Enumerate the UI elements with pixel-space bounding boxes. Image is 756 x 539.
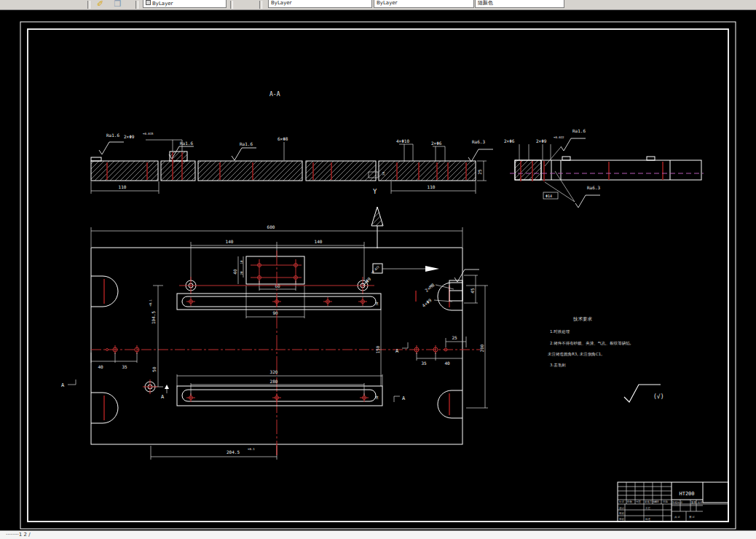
dimension: 25 xyxy=(477,169,482,175)
titleblock-label: 工艺 xyxy=(645,506,651,510)
dimension: 30 xyxy=(375,302,379,305)
3d-view-icon[interactable]: ❒ xyxy=(111,0,124,9)
section-letter: Y xyxy=(373,188,377,195)
titleblock-label: 第 张 xyxy=(689,516,696,519)
note-line: 3.去毛刺 xyxy=(550,363,566,367)
section-arrow-y: Y xyxy=(371,188,383,248)
dimension: 110 xyxy=(428,184,436,189)
dimension: 150 xyxy=(375,345,380,353)
plotstyle-combobox[interactable]: 随颜色 xyxy=(475,0,564,8)
section-letter: A xyxy=(402,396,406,401)
dimension: 50 xyxy=(151,366,157,372)
side-view: 2×Φ6 2×Φ9 +0.022 Ra1.6 Ra6.3 Φ14 xyxy=(504,128,704,208)
roughness-icon xyxy=(575,195,600,208)
hole-callout: 6×Φ8 xyxy=(277,136,288,141)
svg-text:+0.1: +0.1 xyxy=(149,299,152,307)
titleblock-label: 日期 xyxy=(663,500,669,503)
roughness-icon xyxy=(232,148,256,160)
lineweight-combobox[interactable]: ByLayer xyxy=(374,0,474,8)
titleblock-label: 签字 xyxy=(654,500,660,503)
roughness-icon xyxy=(468,149,493,162)
hole-callout: 4×Φ9 xyxy=(421,297,433,308)
hole-tolerance: +0.015 xyxy=(143,132,154,135)
surface-finish-note: (√) xyxy=(624,385,664,402)
dimension: 90 xyxy=(272,310,278,315)
dimension: 45 xyxy=(470,288,475,294)
material-spec: HT200 xyxy=(679,491,694,497)
toolbar-separator xyxy=(87,1,90,9)
titleblock-label: 批准 xyxy=(645,518,651,521)
undo-icon[interactable]: ✐ xyxy=(94,0,106,9)
note-line: 1.时效处理 xyxy=(550,329,570,334)
roughness-value: Ra6.3 xyxy=(587,185,600,190)
dimension: 35 xyxy=(122,364,127,369)
sheet-inner-border xyxy=(28,29,728,522)
section-letter: A xyxy=(395,348,399,354)
dimension: 104.5 +0.1 xyxy=(149,299,156,324)
titleblock-label: 审核 xyxy=(619,518,625,521)
dimension: Φ14 xyxy=(546,194,552,198)
titleblock-label: 校核 xyxy=(618,512,625,515)
notes-title: 技术要求 xyxy=(572,316,593,322)
hole-callout: 2×Φ6 xyxy=(504,138,515,143)
linetype-combobox[interactable]: ByLayer xyxy=(268,0,372,8)
svg-text:2×M8: 2×M8 xyxy=(424,282,436,293)
finish-other-symbol: (√) xyxy=(653,393,664,400)
dimension: 25 xyxy=(452,335,457,340)
titleblock-label: 共 张 xyxy=(674,516,681,519)
roughness-icon xyxy=(561,138,586,151)
titleblock-label: 标记 xyxy=(618,500,625,503)
titleblock-label: 比例 xyxy=(698,501,704,504)
roughness-value: Ra1.6 xyxy=(572,128,586,133)
properties-toolbar: ✐ ❒ ByLayer ByLayer ByLayer 随颜色 xyxy=(0,0,756,10)
svg-text:104.5: 104.5 xyxy=(151,311,156,324)
dimension: 140 xyxy=(315,239,323,244)
plan-view: 600 140 140 40 10 20 60 90 2×Φ9 +0.022 xyxy=(61,224,488,460)
toolbar-separator xyxy=(135,1,138,9)
dimension: 20 xyxy=(382,172,385,176)
dimension: 35 xyxy=(421,361,427,366)
hole-tolerance: +0.022 xyxy=(554,135,564,139)
drawing-canvas[interactable]: A-A Ra1.6 Ra1.6 Ra1.6 Ra6.3 2×Φ9 +0.015 xyxy=(0,9,756,530)
roughness-value: Ra1.6 xyxy=(240,141,253,146)
dimension: 280 xyxy=(270,379,278,384)
hole-callout: 2×Φ9 xyxy=(536,138,547,143)
section-view: A-A Ra1.6 Ra1.6 Ra1.6 Ra6.3 2×Φ9 +0.015 xyxy=(91,91,493,194)
dimension: 40 xyxy=(232,269,237,275)
dimension: 30 xyxy=(375,396,379,399)
title-block: HT200 标记 处数 分区 更改文件号 签字 日期 设计 校核 审核 工艺 批… xyxy=(618,482,728,522)
color-combobox[interactable]: ByLayer xyxy=(143,0,227,8)
command-line[interactable]: ········1 2 / xyxy=(0,530,756,539)
dimension: 204.5 xyxy=(227,449,240,455)
toolbar-separator xyxy=(230,1,233,9)
titleblock-label: 设计 xyxy=(619,506,625,510)
note-line: 未注铸造圆角R3, 未注倒角C1, xyxy=(548,352,602,357)
hole-callout: 4×Φ10 xyxy=(396,138,409,143)
dimension: 600 xyxy=(267,224,275,229)
section-title: A-A xyxy=(269,91,280,98)
toolbar-separator xyxy=(259,1,262,9)
dimension-tolerance: +0.1 xyxy=(248,447,255,451)
titleblock-label: 阶段标记 xyxy=(672,500,683,504)
cad-application-window: ✐ ❒ ByLayer ByLayer ByLayer 随颜色 A-A xyxy=(0,0,756,539)
dimension: 140 xyxy=(226,239,234,244)
hole-callout: 2×M8 xyxy=(424,282,436,293)
dimension: 20 xyxy=(240,271,243,275)
color-swatch-icon xyxy=(146,0,151,5)
section-letter: A xyxy=(161,394,165,400)
dimension: 110 xyxy=(119,184,127,189)
svg-text:4×Φ9: 4×Φ9 xyxy=(421,297,433,308)
hole-callout: 2×Φ6 xyxy=(431,141,442,146)
view-arrow xyxy=(425,266,439,272)
command-line-text: ········1 2 / xyxy=(6,532,31,538)
dimension: 40 xyxy=(444,361,450,366)
dimension: 200 xyxy=(479,344,484,352)
titleblock-label: 重量 xyxy=(691,500,697,504)
roughness-icon xyxy=(99,142,124,154)
dimension: 40 xyxy=(98,364,103,369)
dimension: 320 xyxy=(270,369,278,374)
section-letter: A xyxy=(61,382,65,388)
titleblock-label: 分区 xyxy=(636,500,642,503)
dimension: 10 xyxy=(240,260,243,264)
sheet-outer-border xyxy=(20,22,736,529)
